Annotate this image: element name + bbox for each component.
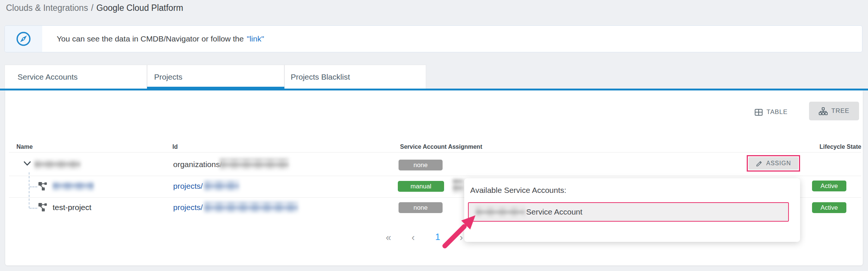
redacted-org-name xyxy=(34,160,81,169)
breadcrumb: Clouds & Integrations/Google Cloud Platf… xyxy=(6,3,183,13)
banner-link[interactable]: "link" xyxy=(247,34,264,43)
tab-service-accounts[interactable]: Service Accounts xyxy=(4,65,147,89)
redacted-assigned-account xyxy=(453,179,463,193)
redacted-project-id xyxy=(204,202,298,213)
popup-title: Available Service Accounts: xyxy=(470,186,566,195)
tab-bar: Service Accounts Projects Projects Black… xyxy=(0,65,868,90)
pagination-page-1[interactable]: 1 xyxy=(431,232,444,242)
pagination-prev-button[interactable]: ‹ xyxy=(406,232,420,243)
service-account-option-label: Service Account xyxy=(526,207,583,216)
project-id-link[interactable]: projects/ xyxy=(173,203,203,212)
redacted-org-id xyxy=(219,158,289,170)
tree-connector-vertical xyxy=(29,172,29,208)
project-node-icon xyxy=(38,202,48,212)
assign-highlight-annotation: ASSIGN xyxy=(747,155,800,172)
org-id-prefix: organizations/ xyxy=(173,160,222,169)
row-divider xyxy=(9,176,861,176)
breadcrumb-separator: / xyxy=(91,3,93,13)
breadcrumb-section[interactable]: Clouds & Integrations xyxy=(6,3,88,13)
banner-message: You can see the data in CMDB/Navigator o… xyxy=(57,34,244,43)
assignment-badge-none: none xyxy=(399,160,443,170)
redacted-project-id xyxy=(204,181,239,191)
project-node-icon xyxy=(38,181,48,191)
column-header-assignment: Service Account Assignment xyxy=(400,144,482,150)
project-name: test-project xyxy=(53,203,91,212)
tree-view-label: TREE xyxy=(831,107,850,115)
assignment-badge-manual: manual xyxy=(398,181,444,192)
lifecycle-badge-active: Active xyxy=(812,202,846,213)
tree-connector-branch xyxy=(29,187,37,187)
column-header-lifecycle: Lifecycle State xyxy=(819,144,861,150)
lifecycle-badge-active: Active xyxy=(812,181,846,191)
chevron-down-icon[interactable] xyxy=(23,161,31,166)
pagination-first-button[interactable]: « xyxy=(382,232,395,243)
column-header-name: Name xyxy=(16,144,33,150)
column-header-id: Id xyxy=(172,144,178,150)
header-divider xyxy=(9,152,861,153)
tree-connector-branch xyxy=(29,208,37,209)
redacted-service-account-name xyxy=(475,207,525,217)
tab-label: Projects Blacklist xyxy=(291,73,350,81)
tree-icon xyxy=(819,107,828,115)
assign-button[interactable]: ASSIGN xyxy=(749,157,798,170)
project-id-link[interactable]: projects/ xyxy=(173,182,203,191)
table-view-label: TABLE xyxy=(766,108,788,116)
table-view-button[interactable]: TABLE xyxy=(755,105,788,119)
tab-projects-blacklist[interactable]: Projects Blacklist xyxy=(284,65,426,89)
assignment-badge-none: none xyxy=(399,202,443,213)
screen: Clouds & Integrations/Google Cloud Platf… xyxy=(0,0,868,271)
service-account-option[interactable]: Service Account xyxy=(468,202,789,222)
compass-icon xyxy=(15,31,32,47)
redacted-project-name xyxy=(53,182,94,191)
banner-icon-area xyxy=(5,26,42,52)
table-icon xyxy=(755,109,763,116)
tab-label: Projects xyxy=(154,73,182,81)
tab-label: Service Accounts xyxy=(18,73,78,81)
assign-button-label: ASSIGN xyxy=(766,160,791,167)
tree-view-button[interactable]: TREE xyxy=(809,102,859,120)
pencil-icon xyxy=(756,160,763,167)
service-accounts-popup: Available Service Accounts: Service Acco… xyxy=(464,178,800,242)
info-banner: You can see the data in CMDB/Navigator o… xyxy=(4,25,862,52)
tab-projects[interactable]: Projects xyxy=(147,65,284,89)
breadcrumb-page: Google Cloud Platform xyxy=(96,3,183,13)
